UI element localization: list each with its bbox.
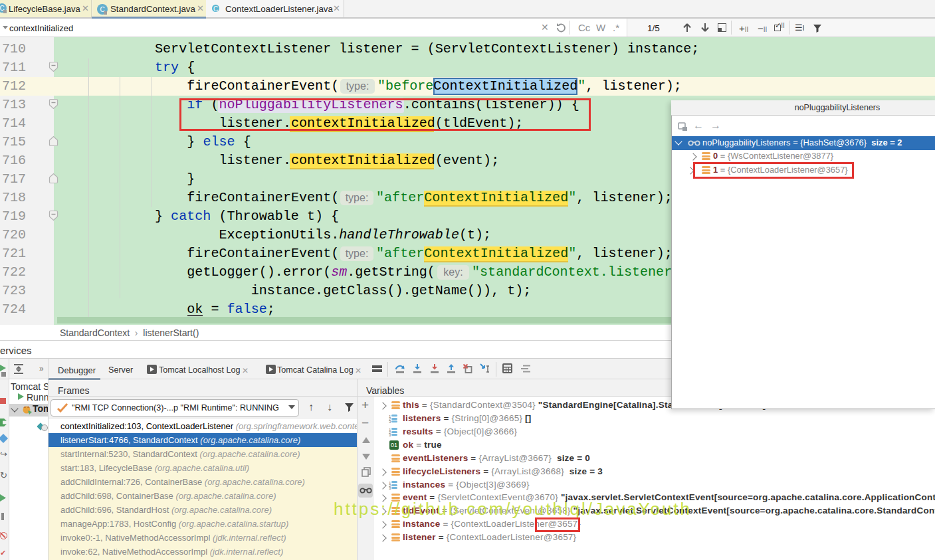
svg-text:C: C — [213, 5, 218, 13]
